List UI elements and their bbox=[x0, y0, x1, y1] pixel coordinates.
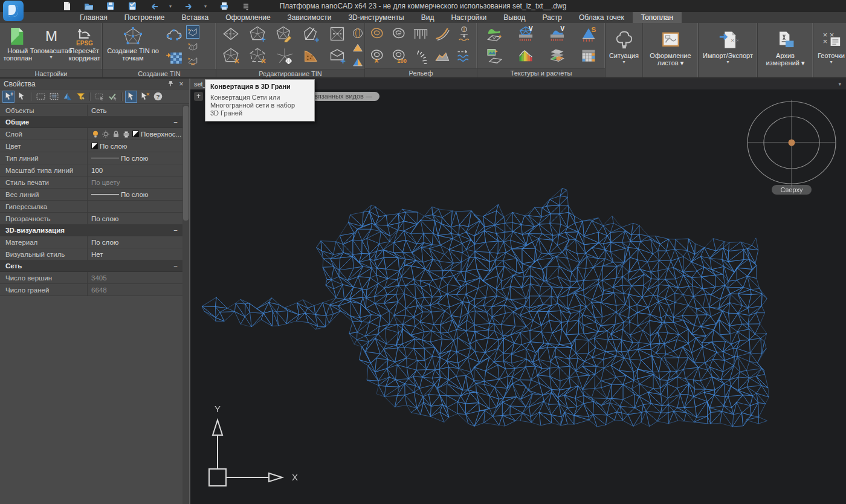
lock-icon[interactable] bbox=[112, 130, 120, 138]
property-value[interactable]: 100 bbox=[88, 164, 182, 176]
select-append-button[interactable]: + bbox=[2, 91, 15, 103]
geopoints-button[interactable]: × ××Геоточки▾ bbox=[815, 24, 846, 76]
tin-move-point-button[interactable]: path d="M13 2 L24 9.5 L20.5 22 L5.5 22 L… bbox=[271, 46, 297, 68]
collapse-minus-icon[interactable]: − bbox=[173, 227, 178, 234]
contours-button[interactable] bbox=[366, 24, 388, 46]
convert-mesh-button[interactable] bbox=[186, 40, 199, 53]
contour-delete-button[interactable]: × bbox=[366, 46, 388, 68]
ribbon-tab-5[interactable]: Зависимости bbox=[279, 12, 340, 23]
tin-fill-area-button[interactable] bbox=[297, 46, 324, 68]
ribbon-tab-7[interactable]: Вид bbox=[413, 12, 443, 23]
property-value[interactable]: По слою bbox=[88, 213, 182, 224]
volume-cone-s-button[interactable]: S bbox=[573, 24, 604, 46]
property-value[interactable]: По слою bbox=[88, 140, 182, 152]
toposcale-button[interactable]: MТопомасштаб▾ bbox=[34, 24, 68, 69]
nanocad-logo[interactable] bbox=[3, 1, 24, 21]
contour-label-button[interactable] bbox=[388, 24, 410, 46]
vertical-ticks-button[interactable] bbox=[410, 24, 431, 46]
ribbon-tab-10[interactable]: Растр bbox=[534, 12, 570, 23]
tin-add-point-button[interactable]: + bbox=[244, 24, 271, 46]
volume-mesh-v-button[interactable]: V bbox=[510, 24, 541, 46]
property-value[interactable]: Нет bbox=[88, 248, 182, 260]
convert-3dface-button[interactable] bbox=[186, 25, 199, 39]
tin-edit-point-button[interactable] bbox=[271, 24, 297, 46]
property-value[interactable]: 6648 bbox=[88, 284, 182, 296]
tin-flip-edge-button[interactable] bbox=[218, 24, 244, 46]
elevation-histogram-button[interactable] bbox=[510, 46, 541, 68]
ribbon-tab-12[interactable]: Топоплан bbox=[633, 12, 682, 23]
tin-cone-button[interactable] bbox=[350, 55, 365, 69]
terrain-profile-button[interactable] bbox=[431, 46, 453, 68]
property-section[interactable]: Сеть− bbox=[0, 260, 182, 272]
selection-filter-button[interactable] bbox=[74, 91, 86, 103]
view-compass[interactable]: Сверху bbox=[740, 95, 843, 201]
pick-remove-button[interactable]: × bbox=[138, 91, 150, 103]
property-value[interactable]: По слою bbox=[88, 236, 182, 248]
measure-archive-button[interactable]: Архив измерений ▾ bbox=[759, 24, 812, 76]
epsg-button[interactable]: EPSGПересчёт координат bbox=[68, 24, 102, 69]
tin-add-face-button[interactable]: + bbox=[324, 46, 350, 68]
image-overlay-button[interactable] bbox=[479, 46, 510, 68]
help-button[interactable]: ? bbox=[152, 91, 164, 103]
convert-pmesh-button[interactable]: 3D bbox=[186, 54, 199, 68]
bulb-icon[interactable] bbox=[91, 130, 100, 138]
ribbon-tab-1[interactable]: Главная bbox=[71, 12, 116, 23]
properties-scrollbar[interactable] bbox=[182, 105, 189, 504]
flow-waves-button[interactable] bbox=[453, 46, 475, 68]
volume-hill-v-button[interactable]: V bbox=[541, 24, 573, 46]
close-icon[interactable]: × bbox=[177, 80, 186, 88]
property-value[interactable]: Поверхнос... bbox=[88, 128, 182, 140]
ribbon-tab-2[interactable]: Построение bbox=[116, 12, 173, 23]
property-value[interactable]: По цвету bbox=[88, 176, 182, 188]
tin-triangle-button[interactable] bbox=[350, 40, 365, 54]
tin-lens-button[interactable] bbox=[350, 26, 365, 40]
surface-layers-button[interactable] bbox=[541, 46, 573, 68]
ribbon-tab-9[interactable]: Вывод bbox=[495, 12, 534, 23]
color-table-button[interactable] bbox=[573, 46, 604, 68]
slope-fan-button[interactable] bbox=[410, 46, 431, 68]
import-export-button[interactable]: × ×Импорт/Экспорт▾ bbox=[700, 24, 756, 76]
surface-texture-button[interactable] bbox=[479, 24, 510, 46]
slope-curve-button[interactable] bbox=[431, 24, 453, 46]
select-poly-button[interactable] bbox=[48, 91, 60, 103]
contour-100-button[interactable]: 100 bbox=[388, 46, 410, 68]
button-label: Геоточки bbox=[818, 52, 845, 59]
pick-button[interactable] bbox=[125, 91, 137, 103]
sheet-frame-button[interactable]: Оформление листов ▾ bbox=[644, 24, 697, 76]
add-view-button[interactable]: + bbox=[194, 92, 203, 101]
select-group-button[interactable] bbox=[93, 91, 105, 103]
tin-delete-edge-button[interactable]: × bbox=[244, 46, 271, 68]
property-value[interactable]: По слою bbox=[88, 152, 182, 164]
collapse-minus-icon[interactable]: − bbox=[173, 262, 178, 270]
printer-icon[interactable] bbox=[122, 130, 131, 138]
tin-add-breakline-button[interactable]: + bbox=[297, 24, 324, 46]
ribbon-tab-3[interactable]: Вставка bbox=[173, 12, 218, 23]
section-arrow-button[interactable] bbox=[453, 24, 475, 46]
properties-scrollbar-thumb[interactable] bbox=[183, 106, 189, 221]
new-topoplan-button[interactable]: Новый топоплан bbox=[1, 24, 34, 69]
ribbon-tab-8[interactable]: Настройки bbox=[442, 12, 495, 23]
tin-from-raster-button[interactable] bbox=[162, 47, 186, 68]
property-section[interactable]: Общие− bbox=[0, 117, 182, 128]
select-apply-button[interactable] bbox=[106, 91, 118, 103]
select-window-button[interactable] bbox=[34, 91, 47, 103]
ribbon-tab-6[interactable]: 3D-инструменты bbox=[340, 12, 412, 23]
property-value[interactable]: По слою bbox=[88, 189, 182, 200]
property-value[interactable] bbox=[88, 201, 182, 212]
tin-delete-point-button[interactable]: × bbox=[218, 46, 244, 68]
property-value[interactable]: 3405 bbox=[88, 272, 182, 283]
tin-from-cloud-button[interactable] bbox=[162, 25, 186, 46]
property-value[interactable]: Сеть bbox=[88, 105, 182, 116]
tin-rebuild-boundary-button[interactable] bbox=[324, 24, 350, 46]
select-button[interactable] bbox=[16, 91, 28, 103]
pin-icon[interactable] bbox=[166, 80, 175, 88]
select-invert-button[interactable] bbox=[61, 91, 73, 103]
situation-tree-button[interactable]: Ситуация▾ bbox=[607, 24, 641, 76]
ribbon-tab-11[interactable]: Облака точек bbox=[570, 12, 633, 23]
ribbon-tab-4[interactable]: Оформление bbox=[217, 12, 279, 23]
sun-icon[interactable] bbox=[102, 130, 110, 138]
tin-create-button[interactable]: Создание TIN по точкам bbox=[104, 24, 162, 69]
property-section[interactable]: 3D-визуализация− bbox=[0, 225, 182, 236]
tab-bar-chevron-icon[interactable]: ▾ bbox=[838, 81, 841, 87]
collapse-minus-icon[interactable]: − bbox=[173, 118, 178, 126]
